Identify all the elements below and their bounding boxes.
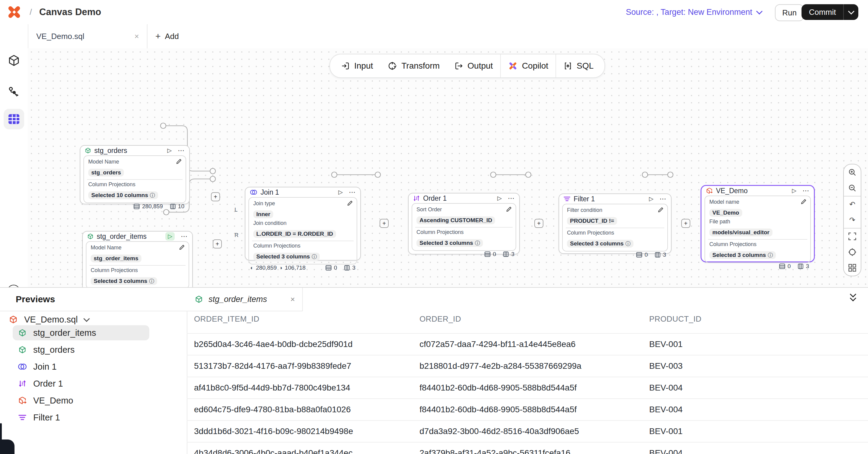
edge-add-button[interactable]: + <box>211 192 220 201</box>
edge-add-button[interactable]: + <box>213 239 222 248</box>
input-tool-button[interactable]: Input <box>334 54 380 78</box>
fit-view-button[interactable] <box>844 229 861 244</box>
node-order-1[interactable]: Order 1 ▷ ⋯ Sort Order Ascending CUSTOME… <box>408 193 520 254</box>
tree-item-join-1[interactable]: Join 1 <box>0 359 182 374</box>
node-ve-demo[interactable]: VE_Demo ▷ ⋯ Model name VE_Demo File path… <box>701 185 815 262</box>
tree-item-label: stg_order_items <box>33 328 96 338</box>
app-logo-icon[interactable] <box>7 4 22 20</box>
join-condition-value[interactable]: L.ORDER_ID = R.ORDER_ID <box>253 230 336 238</box>
projections-value[interactable]: Selected 10 columnsⓘ <box>88 191 158 199</box>
edge-add-button[interactable]: + <box>534 219 544 228</box>
column-header[interactable]: ORDER_ID <box>420 314 461 324</box>
model-name-value[interactable]: stg_orders <box>88 169 124 177</box>
input-port-left[interactable] <box>210 169 216 174</box>
node-title: stg_orders <box>94 147 164 155</box>
join-type-value[interactable]: Inner <box>253 210 273 218</box>
node-join-1[interactable]: Join 1 ▷ ⋯ Join type Inner Join conditio… <box>245 187 361 261</box>
edit-icon[interactable] <box>658 207 664 213</box>
chat-widget-button[interactable] <box>0 440 14 454</box>
edge-add-button[interactable]: + <box>380 219 389 228</box>
zoom-out-button[interactable] <box>844 180 861 196</box>
collapse-panel-button[interactable] <box>851 294 855 300</box>
output-port[interactable] <box>642 172 648 177</box>
output-port[interactable] <box>491 172 496 177</box>
field-label: Join type <box>253 200 352 207</box>
projections-value[interactable]: Selected 3 columnsⓘ <box>253 253 320 261</box>
edit-icon[interactable] <box>179 244 185 250</box>
node-menu-button[interactable]: ⋯ <box>802 187 810 195</box>
model-name-value[interactable]: stg_order_items <box>91 254 142 262</box>
tab-ve-demo-sql[interactable]: VE_Demo.sql × <box>28 24 148 48</box>
node-stg-orders[interactable]: stg_orders ▷ ⋯ Model Name stg_orders Col… <box>80 145 190 204</box>
layout-grid-button[interactable] <box>844 260 861 276</box>
play-button[interactable]: ▷ <box>792 186 796 195</box>
tree-item-stg-order-items[interactable]: stg_order_items <box>13 325 149 340</box>
tree-item-filter-1[interactable]: Filter 1 <box>0 410 182 425</box>
run-button[interactable]: Run <box>775 4 804 21</box>
projections-value[interactable]: Selected 3 columnsⓘ <box>709 251 776 259</box>
play-button[interactable]: ▷ <box>338 188 343 196</box>
filter-condition-value[interactable]: PRODUCT_ID != <box>567 217 617 225</box>
file-path-value[interactable]: models/visual_editor <box>709 229 773 236</box>
environment-selector[interactable]: Source: , Target: New Environment <box>626 0 762 24</box>
node-menu-button[interactable]: ⋯ <box>178 147 185 154</box>
tree-item-stg-orders[interactable]: stg_orders <box>0 342 182 357</box>
input-port[interactable] <box>526 172 531 177</box>
edit-icon[interactable] <box>801 199 807 205</box>
sort-order-value[interactable]: Ascending CUSTOMER_ID <box>416 216 495 224</box>
input-port[interactable] <box>375 172 380 177</box>
projections-value[interactable]: Selected 3 columnsⓘ <box>416 239 483 247</box>
node-menu-button[interactable]: ⋯ <box>508 194 515 202</box>
input-port[interactable] <box>668 172 673 177</box>
close-icon[interactable]: × <box>134 32 139 41</box>
commit-dropdown-button[interactable] <box>843 4 858 20</box>
table-row[interactable]: af41b8c0-9f5d-44d9-bb7d-7800c49be134 f84… <box>187 377 868 399</box>
zoom-in-button[interactable] <box>844 164 861 180</box>
node-menu-button[interactable]: ⋯ <box>659 195 667 203</box>
transform-tool-button[interactable]: Transform <box>380 54 447 78</box>
edit-icon[interactable] <box>506 206 512 212</box>
column-header[interactable]: ORDER_ITEM_ID <box>194 314 259 324</box>
table-row[interactable]: 3ddd1b6d-3021-4f16-b09c-980214b9498e d7d… <box>187 421 868 443</box>
preview-tab-stg-order-items[interactable]: stg_order_items × <box>187 288 303 311</box>
input-port-right[interactable] <box>210 176 216 182</box>
row-count-icon <box>779 264 785 269</box>
edit-icon[interactable] <box>176 158 182 164</box>
edge-add-button[interactable]: + <box>681 219 690 228</box>
node-menu-button[interactable]: ⋯ <box>181 233 188 240</box>
play-button[interactable]: ▷ <box>497 194 502 203</box>
close-icon[interactable]: × <box>290 295 295 304</box>
column-header[interactable]: PRODUCT_ID <box>649 314 702 324</box>
table-row[interactable]: 4b34d8d6-3006-4b0c-aaad-b40ef1a344ec 2af… <box>187 443 868 454</box>
model-name-value[interactable]: VE_Demo <box>709 209 742 217</box>
sidebar-item-models[interactable] <box>4 50 24 71</box>
sidebar-item-lineage[interactable] <box>4 82 24 102</box>
play-button[interactable]: ▷ <box>167 146 172 155</box>
undo-button[interactable]: ↶ <box>844 196 861 212</box>
projections-value[interactable]: Selected 3 columnsⓘ <box>567 240 633 247</box>
node-filter-1[interactable]: Filter 1 ▷ ⋯ Filter condition PRODUCT_ID… <box>559 193 672 254</box>
tree-item-ve-demo[interactable]: VE_Demo <box>0 393 182 408</box>
add-tab-button[interactable]: + Add <box>155 24 179 48</box>
center-target-button[interactable] <box>844 244 861 260</box>
node-stg-order-items[interactable]: stg_order_items ▷ ⋯ Model Name stg_order… <box>82 231 193 287</box>
table-row[interactable]: ed604c75-dfe9-4780-81ba-b88a0fa01026 f84… <box>187 399 868 421</box>
pipeline-canvas[interactable]: Input Transform Output <box>28 48 868 287</box>
table-row[interactable]: 513173b7-82d4-4176-aa7f-99b8389fede7 b21… <box>187 356 868 377</box>
node-menu-button[interactable]: ⋯ <box>349 188 356 196</box>
copilot-tool-button[interactable]: Copilot <box>501 54 556 78</box>
redo-button[interactable]: ↷ <box>844 212 861 228</box>
commit-button[interactable]: Commit <box>802 4 843 20</box>
sql-tool-button[interactable]: SQL <box>556 54 601 78</box>
projections-value[interactable]: Selected 3 columnsⓘ <box>91 277 157 285</box>
output-port[interactable] <box>160 123 166 128</box>
output-port[interactable] <box>332 172 337 177</box>
play-button[interactable]: ▷ <box>165 232 175 241</box>
table-row[interactable]: b265d0a4-3c46-4ae4-b0db-dcbe25df901d cf0… <box>187 334 868 356</box>
play-button[interactable]: ▷ <box>649 195 653 203</box>
tree-item-order-1[interactable]: Order 1 <box>0 376 182 391</box>
tree-item-ve-demo-sql[interactable]: VE_Demo.sql <box>0 312 182 327</box>
edit-icon[interactable] <box>347 200 353 206</box>
sidebar-item-table-preview[interactable] <box>4 109 24 129</box>
output-tool-button[interactable]: Output <box>447 54 500 78</box>
